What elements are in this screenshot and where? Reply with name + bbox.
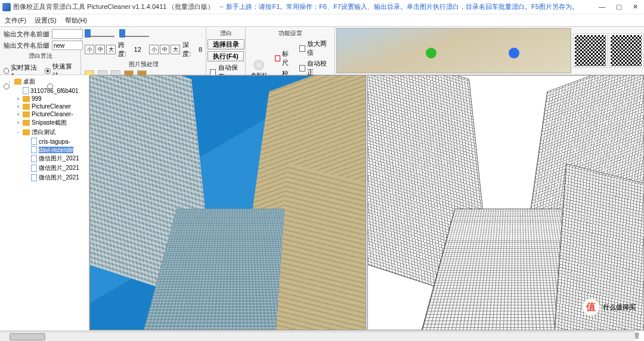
depth-size-buttons: 小 中 大: [149, 45, 180, 54]
tree-item[interactable]: 3110786_6f6b401: [30, 88, 79, 94]
depth-label: 深度:: [182, 41, 196, 58]
qq-share-icon[interactable]: [509, 48, 519, 58]
window-title: 图像校正及背景漂白工具 PictureCleaner v1.1.4.0411 （…: [13, 2, 214, 11]
run-button[interactable]: 执行(F4): [208, 51, 243, 61]
menu-help[interactable]: 帮助(H): [65, 16, 87, 25]
function-panel: 功能设置 色彩灯 不要彩色 标尺 校正 裁边 放大两倍 自动校正 四角检测 裁边…: [246, 27, 335, 75]
workspace: -桌面 3110786_6f6b401 +999 +PictureCleaner…: [0, 75, 644, 330]
menu-bar: 文件(F) 设置(S) 帮助(H): [0, 14, 644, 26]
depth-value: 8: [199, 46, 202, 53]
span-large[interactable]: 大: [106, 45, 116, 54]
depth-slider[interactable]: [119, 29, 149, 39]
colorlamp-icon[interactable]: [253, 60, 264, 70]
ruler-icon: [275, 55, 280, 61]
watermark: 值 什么值得买: [582, 298, 636, 316]
depth-large[interactable]: 大: [171, 45, 180, 54]
algo-group-label: 漂白算法: [4, 52, 77, 60]
tree-item[interactable]: 微信图片_2021: [39, 173, 79, 182]
output-name-panel: 输出文件名前缀 输出文件名后缀 漂白算法 实时算法1 快速算法 实时算法2 禁用: [0, 27, 81, 75]
horizontal-scrollbar[interactable]: [0, 331, 634, 341]
title-bar: 图像校正及背景漂白工具 PictureCleaner v1.1.4.0411 （…: [0, 0, 644, 14]
size-panel: 小 中 大 跨度:12 小 中 大 深度:8 图片预处理 预处理仅在加载图片时生…: [81, 27, 206, 75]
preview-thumb[interactable]: [336, 28, 571, 73]
zoom2x-checkbox[interactable]: [299, 45, 305, 52]
autosave-checkbox[interactable]: [210, 69, 216, 76]
function-header: 功能设置: [249, 29, 331, 38]
prefix-input[interactable]: [52, 29, 83, 39]
close-button[interactable]: ✕: [633, 3, 638, 11]
window-controls: — ▢ ✕: [599, 3, 642, 11]
span-label: 跨度:: [118, 41, 132, 58]
span-size-buttons: 小 中 大: [85, 45, 116, 54]
thumbnail-strip: [335, 27, 644, 75]
span-small[interactable]: 小: [85, 45, 94, 54]
autocal-checkbox[interactable]: [299, 65, 305, 72]
tree-root[interactable]: 桌面: [23, 78, 35, 86]
tree-item[interactable]: 微信图片_2021: [39, 164, 79, 172]
maximize-button[interactable]: ▢: [616, 3, 622, 11]
span-value: 12: [134, 46, 141, 53]
app-icon: [2, 3, 11, 11]
tree-item[interactable]: PictureCleaner-: [32, 111, 73, 117]
tree-item[interactable]: cris-tagupa-: [39, 138, 70, 145]
bleach-panel: 漂白 选择目录 执行(F4) 自动保存: [206, 27, 246, 75]
tree-item[interactable]: Snipaste截图: [32, 119, 67, 127]
span-slider[interactable]: [85, 29, 114, 39]
menu-file[interactable]: 文件(F): [5, 16, 26, 25]
suffix-input[interactable]: [52, 41, 83, 50]
select-dir-button[interactable]: 选择目录: [208, 39, 244, 49]
menu-settings[interactable]: 设置(S): [35, 16, 57, 25]
preprocess-group-label: 图片预处理: [85, 60, 202, 69]
tree-item[interactable]: 999: [32, 95, 42, 102]
tree-item[interactable]: PictureCleaner: [32, 103, 71, 110]
tree-item[interactable]: 微信图片_2021: [39, 154, 79, 163]
suffix-label: 输出文件名后缀: [4, 41, 49, 50]
qr-code-2: [609, 34, 643, 67]
image-viewer: 值 什么值得买: [89, 75, 644, 330]
original-pane[interactable]: [89, 75, 366, 330]
depth-mid[interactable]: 中: [160, 45, 169, 54]
file-tree[interactable]: -桌面 3110786_6f6b401 +999 +PictureCleaner…: [0, 75, 89, 330]
prefix-label: 输出文件名前缀: [4, 30, 49, 39]
processed-pane[interactable]: [367, 75, 644, 330]
bleach-group-label: 漂白: [220, 29, 232, 38]
toolbar: 输出文件名前缀 输出文件名后缀 漂白算法 实时算法1 快速算法 实时算法2 禁用…: [0, 26, 644, 75]
wechat-share-icon[interactable]: [426, 48, 436, 58]
depth-small[interactable]: 小: [149, 45, 159, 54]
startup-hint: → 新手上路：请按F1。常用操作：F6、F7设置输入、输出目录。单击图片执行漂白…: [218, 2, 578, 11]
ruler-label[interactable]: 标尺: [282, 49, 294, 67]
tree-item-selected[interactable]: davi-rezende: [39, 147, 73, 153]
qr-code-1: [574, 34, 607, 67]
span-mid[interactable]: 中: [95, 45, 105, 54]
minimize-button[interactable]: —: [599, 3, 605, 11]
watermark-text: 什么值得买: [603, 303, 636, 312]
tree-item[interactable]: 漂白测试: [32, 128, 55, 137]
watermark-icon: 值: [582, 298, 600, 316]
